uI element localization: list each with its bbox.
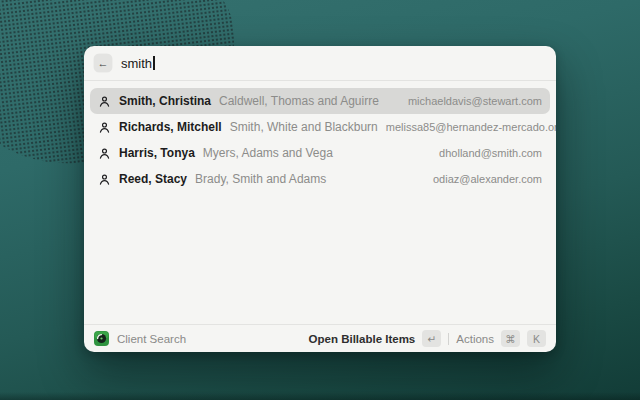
app-label: Client Search — [117, 333, 186, 345]
primary-action-label[interactable]: Open Billable Items — [309, 333, 416, 345]
client-email: dholland@smith.com — [439, 147, 542, 159]
footer-left: Client Search — [94, 331, 186, 346]
k-key[interactable]: K — [527, 330, 546, 347]
client-email: odiaz@alexander.com — [433, 173, 542, 185]
text-caret — [153, 56, 155, 70]
person-icon — [98, 121, 111, 134]
result-row[interactable]: Reed, Stacy Brady, Smith and Adams odiaz… — [90, 166, 550, 192]
cmd-key[interactable]: ⌘ — [501, 330, 520, 347]
client-name: Harris, Tonya — [119, 146, 195, 160]
client-email: michaeldavis@stewart.com — [408, 95, 542, 107]
person-icon — [98, 173, 111, 186]
client-firm: Brady, Smith and Adams — [195, 172, 326, 186]
client-name: Richards, Mitchell — [119, 120, 222, 134]
result-row[interactable]: Harris, Tonya Myers, Adams and Vega dhol… — [90, 140, 550, 166]
client-email: melissa85@hernandez-mercado.org — [386, 121, 556, 133]
app-logo-icon — [94, 331, 109, 346]
client-firm: Myers, Adams and Vega — [203, 146, 333, 160]
result-row[interactable]: Smith, Christina Caldwell, Thomas and Ag… — [90, 88, 550, 114]
back-arrow-icon: ← — [98, 58, 109, 69]
search-input[interactable]: smith — [121, 56, 155, 71]
desktop-background: ← smith Smith, Christina Caldwell, Thoma… — [0, 0, 640, 400]
client-name: Smith, Christina — [119, 94, 211, 108]
enter-key[interactable]: ↵ — [422, 330, 441, 347]
command-palette: ← smith Smith, Christina Caldwell, Thoma… — [84, 46, 556, 352]
client-firm: Smith, White and Blackburn — [230, 120, 378, 134]
search-bar: ← smith — [84, 46, 556, 80]
result-row[interactable]: Richards, Mitchell Smith, White and Blac… — [90, 114, 550, 140]
footer: Client Search Open Billable Items ↵ Acti… — [84, 325, 556, 352]
person-icon — [98, 95, 111, 108]
person-icon — [98, 147, 111, 160]
actions-label[interactable]: Actions — [456, 333, 494, 345]
client-name: Reed, Stacy — [119, 172, 187, 186]
back-button[interactable]: ← — [94, 54, 112, 72]
footer-vertical-divider — [448, 333, 449, 345]
footer-right: Open Billable Items ↵ Actions ⌘ K — [309, 330, 546, 347]
search-query-text: smith — [121, 56, 152, 71]
client-firm: Caldwell, Thomas and Aguirre — [219, 94, 379, 108]
results-list: Smith, Christina Caldwell, Thomas and Ag… — [84, 81, 556, 324]
